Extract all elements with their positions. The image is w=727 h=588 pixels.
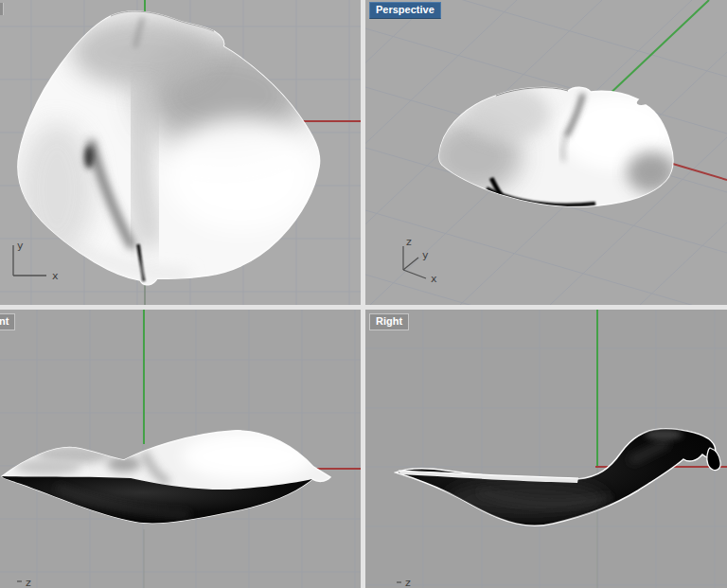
viewport-label-perspective[interactable]: Perspective (369, 2, 441, 19)
surface-object-right-view[interactable] (396, 429, 720, 526)
y-axis-line (606, 0, 709, 98)
surface-object-perspective-view[interactable] (427, 85, 676, 206)
gizmo-z-label: z (406, 236, 412, 248)
viewport-perspective[interactable]: z y x Perspective (365, 0, 727, 305)
gizmo-x-label: x (431, 273, 437, 285)
gizmo-z-label: z (405, 577, 411, 588)
gizmo-z-label: z (26, 577, 31, 588)
gizmo-y-label: y (422, 249, 429, 261)
gizmo-x-label: x (52, 270, 59, 282)
viewport-right[interactable]: z Right (365, 310, 727, 588)
gizmo-y-label: y (17, 240, 24, 252)
front-viewport-canvas[interactable]: z (0, 310, 361, 588)
viewport-top[interactable]: y x (0, 0, 361, 305)
modeler-workspace: y x (0, 0, 727, 588)
viewport-label-top-clipped[interactable] (0, 3, 4, 15)
viewport-front[interactable]: z nt (0, 310, 361, 588)
object-droplet-tail (707, 448, 720, 471)
viewport-label-front[interactable]: nt (0, 313, 15, 330)
viewport-label-right[interactable]: Right (369, 313, 409, 330)
top-viewport-canvas[interactable]: y x (0, 0, 361, 305)
right-viewport-canvas[interactable]: z (365, 310, 727, 588)
surface-object-front-view[interactable] (2, 431, 330, 524)
surface-object-top-view[interactable] (18, 11, 320, 285)
perspective-viewport-canvas[interactable]: z y x (365, 0, 727, 305)
